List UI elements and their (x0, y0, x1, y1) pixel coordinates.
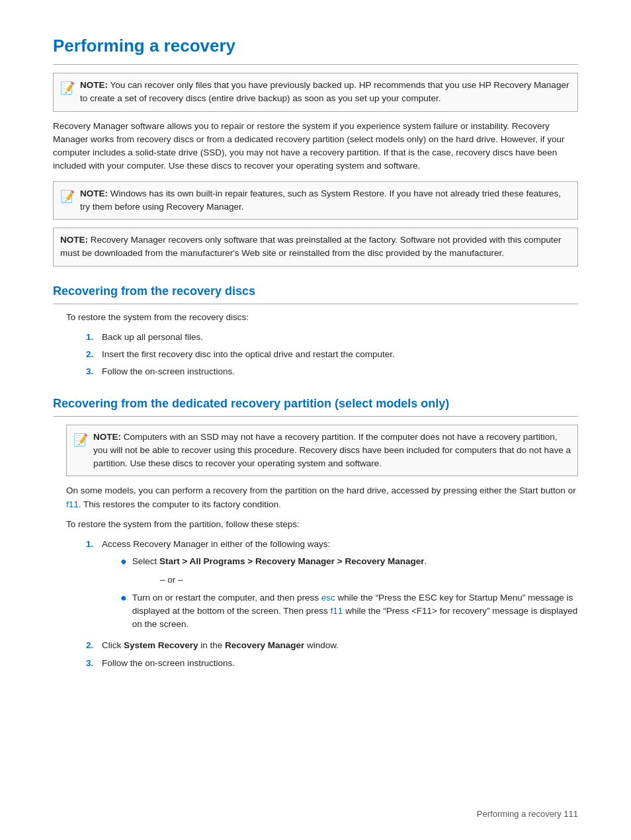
bullet-text-1: Select Start > All Programs > Recovery M… (132, 555, 578, 568)
list-item: 1. Back up all personal files. (86, 331, 578, 344)
section-2-para1-suffix: . This restores the computer to its fact… (79, 499, 281, 509)
section-1-intro: To restore the system from the recovery … (66, 311, 578, 324)
step-number: 1. (86, 331, 102, 344)
list-item: 2. Insert the first recovery disc into t… (86, 348, 578, 361)
step-number: 2. (86, 348, 102, 361)
note-box-3: NOTE: Recovery Manager recovers only sof… (53, 228, 578, 267)
note-text-2: Windows has its own built-in repair feat… (80, 189, 561, 212)
bullet-icon: ● (120, 554, 127, 569)
list-item: – or – (140, 573, 578, 587)
page: Performing a recovery 📝 NOTE: You can re… (0, 0, 631, 840)
page-title: Performing a recovery (53, 33, 578, 65)
step-number: 3. (86, 657, 102, 670)
list-item: ● Turn on or restart the computer, and t… (120, 591, 578, 632)
step-text: Follow the on-screen instructions. (102, 657, 578, 670)
section-1-steps: 1. Back up all personal files. 2. Insert… (79, 331, 578, 379)
step-text: Insert the first recovery disc into the … (102, 348, 578, 361)
paragraph-1: Recovery Manager software allows you to … (53, 120, 578, 173)
section-1-content: To restore the system from the recovery … (66, 311, 578, 379)
note-text-section2: Computers with an SSD may not have a rec… (93, 432, 571, 469)
step-text: Access Recovery Manager in either of the… (102, 538, 578, 635)
list-item: 3. Follow the on-screen instructions. (86, 365, 578, 378)
section-2-title: Recovering from the dedicated recovery p… (53, 395, 578, 417)
note-box-1: 📝 NOTE: You can recover only files that … (53, 73, 578, 112)
section-2-para1: On some models, you can perform a recove… (66, 484, 578, 511)
note-text-1: You can recover only files that you have… (80, 80, 569, 103)
section-2-steps: 1. Access Recovery Manager in either of … (79, 538, 578, 670)
step-text: Back up all personal files. (102, 331, 578, 344)
note-content-2: NOTE: Windows has its own built-in repai… (80, 187, 571, 214)
or-divider: – or – (160, 575, 183, 585)
section-1-title: Recovering from the recovery discs (53, 282, 578, 304)
bullet-text-2: Turn on or restart the computer, and the… (132, 591, 578, 632)
section-2-para1-prefix: On some models, you can perform a recove… (66, 485, 576, 495)
list-item: 2. Click System Recovery in the Recovery… (86, 639, 578, 652)
bullet-2-prefix: Turn on or restart the computer, and the… (132, 593, 321, 603)
step-number: 3. (86, 365, 102, 378)
bullet-1-prefix: Select (132, 556, 159, 566)
bullet-icon: ● (120, 590, 127, 606)
bullet-1-bold: Start > All Programs > Recovery Manager … (159, 556, 425, 566)
note-icon-1: 📝 (60, 79, 75, 97)
note-box-2: 📝 NOTE: Windows has its own built-in rep… (53, 181, 578, 220)
footer-text: Performing a recovery 111 (477, 809, 578, 819)
step-2-mid: in the (198, 640, 226, 650)
step-1-bullets: ● Select Start > All Programs > Recovery… (120, 555, 578, 631)
list-item: 1. Access Recovery Manager in either of … (86, 538, 578, 635)
step-number: 2. (86, 639, 102, 652)
note-icon-2: 📝 (60, 188, 75, 206)
step-1-text: Access Recovery Manager in either of the… (102, 539, 330, 549)
f11-link-2[interactable]: f11 (331, 606, 343, 616)
step-2-bold2: Recovery Manager (225, 640, 304, 650)
note-label-section2: NOTE: (93, 432, 121, 442)
page-footer: Performing a recovery 111 (477, 808, 578, 821)
list-item: ● Select Start > All Programs > Recovery… (120, 555, 578, 569)
step-2-bold1: System Recovery (124, 640, 198, 650)
f11-link-1[interactable]: f11 (66, 499, 79, 509)
section-2-content: 📝 NOTE: Computers with an SSD may not ha… (66, 425, 578, 670)
note-label-2: NOTE: (80, 189, 108, 198)
step-number: 1. (86, 538, 102, 551)
note-box-section2: 📝 NOTE: Computers with an SSD may not ha… (66, 425, 578, 477)
note-text-3: Recovery Manager recovers only software … (60, 235, 562, 258)
note-content-1: NOTE: You can recover only files that yo… (80, 79, 571, 106)
note-label-3: NOTE: (60, 235, 88, 245)
step-text: Click System Recovery in the Recovery Ma… (102, 639, 578, 652)
note-icon-section2: 📝 (73, 431, 88, 449)
section-2-para2: To restore the system from the partition… (66, 518, 578, 531)
esc-link[interactable]: esc (321, 593, 335, 603)
note-content-section2: NOTE: Computers with an SSD may not have… (93, 431, 571, 471)
step-text: Follow the on-screen instructions. (102, 365, 578, 378)
step-2-suffix: window. (304, 640, 339, 650)
bullet-1-suffix: . (425, 556, 427, 566)
step-2-prefix: Click (102, 640, 124, 650)
note-label-1: NOTE: (80, 80, 108, 90)
list-item: 3. Follow the on-screen instructions. (86, 657, 578, 670)
